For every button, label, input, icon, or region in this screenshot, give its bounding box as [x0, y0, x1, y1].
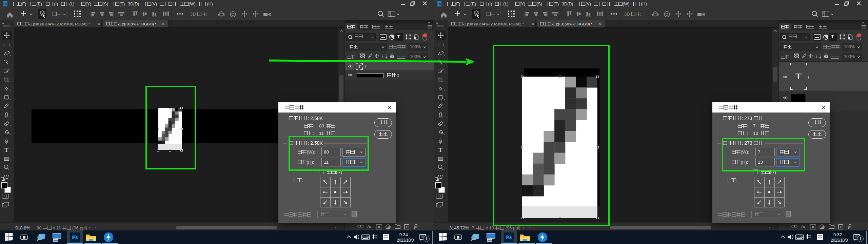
svg-text:T: T: [4, 147, 8, 153]
svg-text:T: T: [438, 147, 442, 153]
svg-text:T: T: [795, 72, 801, 81]
